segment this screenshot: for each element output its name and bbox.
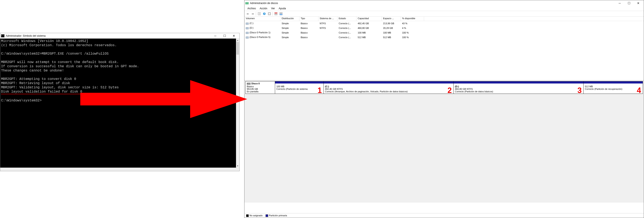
partition-size: 100 MB	[276, 85, 284, 88]
svg-rect-15	[246, 23, 249, 24]
minimize-button[interactable]: ─	[615, 1, 624, 6]
cell-percent: 100 %	[401, 36, 424, 39]
cell-capacity: 100 MB	[356, 31, 382, 34]
volume-name: (Disco 0 Partición 1)	[250, 31, 270, 34]
annotation-number: 2	[448, 86, 452, 95]
legend-primary: Partición primaria	[266, 214, 287, 217]
maximize-button[interactable]: ☐	[220, 33, 229, 38]
cell-type: Básico	[300, 22, 318, 25]
back-button[interactable]: ⬅	[245, 11, 250, 16]
menu-ayuda[interactable]: Ayuda	[277, 6, 288, 10]
dm-toolbar: ⬅ ➡ ?	[244, 11, 644, 17]
scroll-down-icon[interactable]: ▼	[236, 164, 240, 168]
annotation-number: 1	[318, 86, 322, 95]
svg-rect-11	[275, 12, 277, 13]
partition-size: 460,80 GB NTFS	[455, 88, 473, 90]
menu-accion[interactable]: Acción	[258, 6, 269, 10]
svg-rect-17	[246, 32, 249, 34]
cmd-titlebar[interactable]: C:\ Administrador: Símbolo del sistema ─…	[0, 33, 240, 39]
volume-list-body: (C:)SimpleBásicoNTFSCorrecto (...492,45 …	[244, 21, 644, 80]
volume-name: (C:)	[250, 22, 253, 24]
minimize-button[interactable]: ─	[211, 33, 220, 38]
forward-button[interactable]: ➡	[250, 11, 255, 16]
legend-box-primary	[266, 215, 268, 217]
maximize-button[interactable]: ☐	[624, 1, 634, 6]
partition-4[interactable]: 512 MBCorrecto (Partición de recuperació…	[584, 81, 643, 94]
cell-type: Básico	[300, 31, 318, 34]
svg-rect-12	[275, 14, 277, 15]
dm-titlebar[interactable]: Administración de discos ─ ☐ ✕	[244, 0, 644, 6]
view-bottom-button[interactable]	[279, 11, 283, 16]
cell-distribution: Simple	[280, 36, 300, 39]
cell-filesystem: NTFS	[318, 22, 338, 25]
close-button[interactable]: ✕	[229, 33, 238, 38]
volume-icon	[246, 36, 249, 39]
partition-status: Correcto (Partición de recuperación)	[585, 88, 622, 90]
dm-menubar: Archivo Acción Ver Ayuda	[244, 6, 644, 11]
partition-3[interactable]: (D:)460,80 GB NTFSCorrecto (Partición de…	[454, 81, 584, 94]
col-header-volume[interactable]: Volumen	[244, 17, 280, 21]
svg-rect-13	[280, 12, 282, 13]
partition-color-bar	[454, 81, 583, 84]
menu-archivo[interactable]: Archivo	[246, 6, 258, 10]
cmd-line: (c) Microsoft Corporation. Todos los der…	[1, 43, 117, 47]
properties-button[interactable]	[257, 11, 262, 16]
volume-row[interactable]: (Disco 0 Partición 1)SimpleBásicoCorrect…	[244, 30, 644, 35]
svg-rect-16	[246, 27, 249, 29]
cmd-line: MBR2GPT: Attempting to convert disk 0	[1, 77, 76, 81]
partition-color-bar	[324, 81, 454, 84]
scroll-up-icon[interactable]: ▲	[236, 39, 240, 42]
disk-graphical-view: Disco 0 Básico 953,85 GB En pantalla 100…	[244, 80, 644, 203]
legend: No asignado Partición primaria	[244, 213, 644, 218]
col-header-free[interactable]: Espacio ...	[382, 17, 401, 21]
col-header-filesystem[interactable]: Sistema de ...	[318, 17, 338, 21]
svg-rect-10	[268, 13, 270, 14]
col-header-type[interactable]: Tipo	[300, 17, 318, 21]
close-button[interactable]: ✕	[634, 1, 643, 6]
cell-percent: 100 %	[401, 31, 424, 34]
help-button[interactable]: ?	[262, 11, 267, 16]
disk-management-window: Administración de discos ─ ☐ ✕ Archivo A…	[244, 0, 644, 218]
partition-2[interactable]: (C:)492,45 GB NTFSCorrecto (Arranque, Ar…	[324, 81, 454, 94]
volume-row[interactable]: (C:)SimpleBásicoNTFSCorrecto (...492,45 …	[244, 21, 644, 26]
disk-management-icon	[245, 1, 249, 5]
cell-percent: 4 %	[401, 27, 424, 29]
cmd-line: If conversion is successful the disk can…	[1, 65, 139, 68]
cmd-prompt: C:\Windows\system32>	[1, 99, 42, 103]
cmd-line: MBR2GPT will now attempt to convert the …	[1, 60, 119, 64]
col-header-status[interactable]: Estado	[338, 17, 356, 21]
cell-status: Correcto (...	[338, 36, 356, 39]
annotation-arrow	[80, 80, 249, 118]
partition-1[interactable]: 100 MBCorrecto (Partición de sistema1	[275, 81, 324, 94]
cell-capacity: 512 MB	[356, 36, 382, 39]
scroll-thumb[interactable]	[236, 42, 239, 55]
col-header-percent[interactable]: % disponible	[401, 17, 424, 21]
cell-status: Correcto (...	[338, 31, 356, 34]
disk-0-partitions: 100 MBCorrecto (Partición de sistema1(C:…	[275, 81, 643, 94]
cell-status: Correcto (...	[338, 22, 356, 25]
cmd-horizontal-scrollbar[interactable]	[0, 168, 240, 171]
volume-list-header: Volumen Distribución Tipo Sistema de ...…	[244, 17, 644, 21]
cell-filesystem: NTFS	[318, 27, 338, 29]
volume-list: Volumen Distribución Tipo Sistema de ...…	[244, 17, 644, 80]
view-top-button[interactable]	[274, 11, 278, 16]
volume-name: (Disco 0 Partición 5)	[250, 36, 270, 38]
volume-row[interactable]: (Disco 0 Partición 5)SimpleBásicoCorrect…	[244, 35, 644, 40]
volume-icon	[246, 22, 249, 25]
disk-0-label[interactable]: Disco 0 Básico 953,85 GB En pantalla	[246, 81, 275, 94]
cmd-title: Administrador: Símbolo del sistema	[6, 34, 211, 37]
svg-text:?: ?	[264, 13, 265, 15]
svg-rect-1	[246, 2, 248, 3]
cmd-line: These changes cannot be undone!	[1, 69, 64, 73]
disk-0-row[interactable]: Disco 0 Básico 953,85 GB En pantalla 100…	[245, 81, 643, 94]
menu-ver[interactable]: Ver	[270, 6, 276, 10]
cell-type: Básico	[300, 27, 318, 29]
cell-free: 20,28 GB	[382, 27, 401, 29]
volume-row[interactable]: (D:)SimpleBásicoNTFSCorrecto (...460,80 …	[244, 26, 644, 30]
col-header-capacity[interactable]: Capacidad	[356, 17, 382, 21]
col-header-distribution[interactable]: Distribución	[280, 17, 300, 21]
partition-size: 512 MB	[585, 85, 593, 88]
refresh-button[interactable]	[267, 11, 272, 16]
cmd-line: MBR2GPT: Retrieving layout of disk	[1, 81, 70, 85]
dm-title: Administración de discos	[250, 2, 615, 5]
